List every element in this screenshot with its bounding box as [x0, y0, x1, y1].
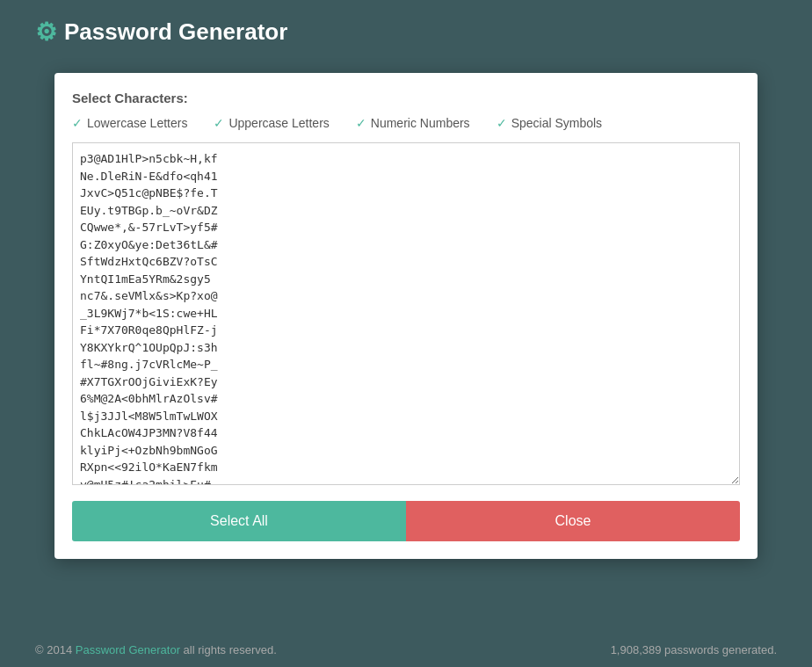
checkbox-numeric[interactable]: ✓ Numeric Numbers [356, 116, 470, 130]
footer-link[interactable]: Password Generator [76, 643, 180, 656]
check-icon-numeric: ✓ [356, 116, 366, 130]
numeric-label: Numeric Numbers [371, 116, 470, 130]
check-icon-uppercase: ✓ [214, 116, 224, 130]
copyright-text: © 2014 [35, 643, 72, 656]
modal-overlay: Select Characters: ✓ Lowercase Letters ✓… [0, 64, 812, 633]
special-label: Special Symbols [511, 116, 603, 130]
password-textarea[interactable] [72, 142, 740, 485]
checkbox-special[interactable]: ✓ Special Symbols [497, 116, 603, 130]
rights-text: all rights reserved. [184, 643, 277, 656]
select-characters-label: Select Characters: [72, 91, 740, 105]
checkbox-uppercase[interactable]: ✓ Uppercase Letters [214, 116, 329, 130]
check-icon-special: ✓ [497, 116, 507, 130]
checkbox-lowercase[interactable]: ✓ Lowercase Letters [72, 116, 187, 130]
app-title: ⚙ Password Generator [35, 18, 287, 47]
select-all-button[interactable]: Select All [72, 501, 406, 541]
app-title-text: Password Generator [64, 18, 287, 46]
check-icon-lowercase: ✓ [72, 116, 83, 130]
modal: Select Characters: ✓ Lowercase Letters ✓… [54, 73, 758, 559]
close-button[interactable]: Close [406, 501, 740, 541]
checkboxes-row: ✓ Lowercase Letters ✓ Uppercase Letters … [72, 116, 740, 130]
footer-left: © 2014 Password Generator all rights res… [35, 643, 277, 656]
buttons-row: Select All Close [72, 501, 740, 541]
uppercase-label: Uppercase Letters [228, 116, 329, 130]
header: ⚙ Password Generator [0, 0, 812, 64]
gear-icon: ⚙ [35, 18, 57, 47]
footer: © 2014 Password Generator all rights res… [0, 633, 812, 667]
footer-stats: 1,908,389 passwords generated. [611, 643, 777, 656]
lowercase-label: Lowercase Letters [87, 116, 187, 130]
